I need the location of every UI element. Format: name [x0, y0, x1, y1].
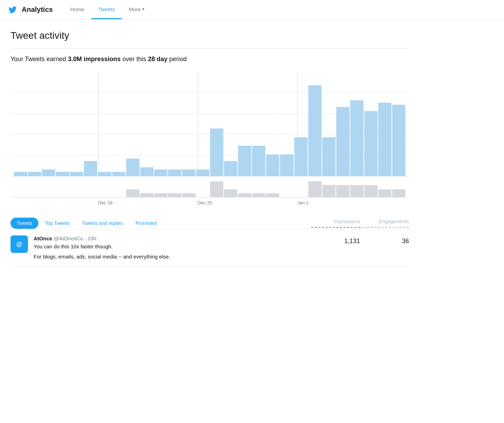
- bar-promoted: [238, 193, 251, 197]
- bar-promoted: [322, 185, 336, 197]
- tweet-tabs: Tweets Top Tweets Tweets and replies Pro…: [10, 215, 409, 229]
- bars-wrapper: [10, 72, 409, 176]
- bar-promoted: [378, 189, 391, 197]
- bar-impressions: [182, 169, 195, 176]
- impressions-col-header[interactable]: Impressions: [311, 219, 360, 228]
- engagements-value: 36: [402, 238, 409, 245]
- bar-impressions: [280, 154, 293, 176]
- tab-promoted[interactable]: Promoted: [129, 218, 163, 229]
- bar-group: [28, 72, 41, 176]
- bar-impressions: [238, 146, 251, 176]
- tweet-row: @ AtOnce @AtOnceCo · 23h You can do this…: [10, 229, 409, 267]
- tweet-handle: @AtOnceCo: [54, 235, 83, 241]
- bar-promoted: [210, 181, 223, 197]
- bar-promoted: [154, 193, 167, 197]
- bar-impressions: [266, 154, 279, 176]
- nav-more[interactable]: More ▾: [122, 0, 151, 19]
- bar-group: [168, 72, 181, 176]
- bar-group: [378, 72, 391, 176]
- bar-promoted: [224, 189, 237, 197]
- tweet-meta: AtOnce @AtOnceCo · 23h: [34, 235, 305, 241]
- bar-group: [14, 72, 27, 176]
- divider: [10, 48, 409, 49]
- bar-group: [182, 72, 195, 176]
- bar-group: [196, 72, 209, 176]
- bar-impressions: [56, 172, 69, 176]
- bar-impressions: [126, 159, 139, 176]
- tweet-text-line3: For blogs, emails, ads, social media -- …: [34, 253, 305, 260]
- bar-impressions: [98, 172, 111, 176]
- chevron-down-icon: ▾: [142, 7, 144, 12]
- bar-group: [56, 72, 69, 176]
- bar-promoted: [350, 185, 363, 197]
- bar-group: [350, 72, 363, 176]
- engagements-stat: 36: [360, 235, 409, 245]
- bar-promoted: [252, 193, 265, 197]
- bar-promoted: [126, 189, 139, 197]
- bar-group: [42, 72, 55, 176]
- bar-promoted: [182, 193, 195, 197]
- brand: Analytics: [7, 5, 53, 14]
- bar-group: [154, 72, 167, 176]
- nav-links: Home Tweets More ▾: [63, 0, 151, 19]
- bar-promoted: [168, 193, 181, 197]
- bar-impressions: [364, 111, 377, 176]
- bar-impressions: [336, 107, 350, 176]
- bar-group: [322, 72, 336, 176]
- tweet-body: AtOnce @AtOnceCo · 23h You can do this 1…: [34, 235, 305, 260]
- bar-group: [70, 72, 83, 176]
- bar-group: [392, 72, 405, 176]
- bar-impressions: [224, 161, 237, 176]
- bar-group: [224, 72, 237, 176]
- tweet-time: · 23h: [85, 235, 96, 241]
- bar-promoted: [364, 185, 377, 197]
- bar-impressions: [168, 169, 181, 176]
- bar-group: [364, 72, 377, 176]
- bar-impressions: [294, 137, 308, 176]
- bar-impressions: [112, 172, 125, 176]
- bar-impressions: [14, 172, 27, 176]
- chart-container: Dec 18 Dec 25 Jan 1: [10, 72, 409, 208]
- nav-tweets[interactable]: Tweets: [91, 0, 122, 19]
- date-dec25: Dec 25: [198, 200, 212, 205]
- tab-tweets[interactable]: Tweets: [10, 218, 38, 229]
- tab-tweets-replies[interactable]: Tweets and replies: [76, 218, 129, 229]
- bar-impressions: [392, 105, 405, 176]
- impressions-stat: 1,131: [311, 235, 360, 245]
- bar-impressions: [28, 172, 41, 176]
- bar-group: [238, 72, 251, 176]
- page-content: Tweet activity Your Tweets earned 3.0M i…: [0, 20, 419, 267]
- avatar: @: [10, 235, 28, 253]
- tab-right-cols: Impressions Engagements: [311, 219, 409, 228]
- top-nav: Analytics Home Tweets More ▾: [0, 0, 504, 20]
- bar-impressions: [322, 137, 336, 176]
- nav-home[interactable]: Home: [63, 0, 91, 19]
- bar-impressions: [140, 167, 153, 176]
- bar-impressions: [42, 169, 55, 176]
- bar-impressions: [84, 161, 97, 176]
- at-icon: @: [14, 239, 25, 250]
- tweet-stats: 1,131 36: [311, 235, 409, 245]
- tab-top-tweets[interactable]: Top Tweets: [38, 218, 76, 229]
- bar-impressions: [378, 103, 391, 176]
- engagements-col-header[interactable]: Engagements: [360, 219, 409, 228]
- bar-promoted: [140, 193, 153, 197]
- tweet-text-line1: You can do this 10x faster though.: [34, 243, 305, 250]
- bar-promoted: [392, 189, 405, 197]
- chart-area: [10, 72, 409, 176]
- bar-group: [140, 72, 153, 176]
- bar-promoted: [266, 193, 279, 197]
- bar-group: [98, 72, 111, 176]
- impressions-value: 1,131: [344, 238, 360, 245]
- chart-dates: Dec 18 Dec 25 Jan 1: [10, 197, 409, 208]
- bar-promoted: [336, 185, 350, 197]
- bar-group: [210, 72, 223, 176]
- page-title: Tweet activity: [10, 30, 409, 41]
- chart-bottom-area: [10, 176, 409, 197]
- bar-group: [336, 72, 350, 176]
- bar-group: [84, 72, 97, 176]
- bar-impressions: [350, 100, 363, 176]
- bar-impressions: [196, 169, 209, 176]
- bar-group: [280, 72, 293, 176]
- bar-impressions: [252, 146, 265, 176]
